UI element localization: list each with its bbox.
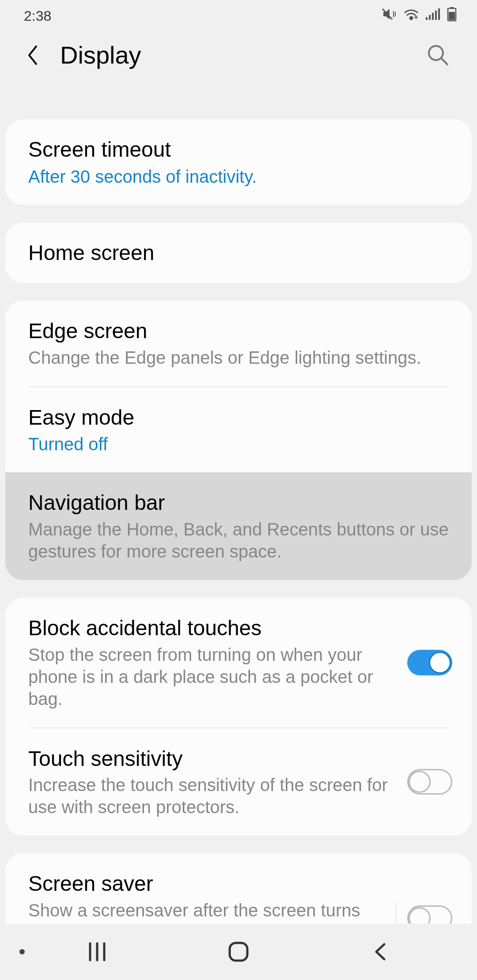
setting-easy-mode[interactable]: Easy mode Turned off — [5, 387, 472, 473]
nav-home-button[interactable] — [212, 939, 265, 965]
setting-screen-saver[interactable]: Screen saver Show a screensaver after th… — [5, 853, 472, 923]
settings-list[interactable]: Screen timeout After 30 seconds of inact… — [0, 119, 477, 923]
toggle-touch-sensitivity[interactable] — [407, 769, 452, 795]
toggle-divider — [396, 903, 397, 923]
svg-point-3 — [410, 17, 413, 19]
svg-rect-10 — [450, 7, 454, 9]
setting-screen-timeout[interactable]: Screen timeout After 30 seconds of inact… — [5, 119, 472, 205]
signal-icon — [426, 8, 441, 24]
svg-rect-11 — [449, 12, 455, 20]
setting-title: Screen saver — [28, 871, 382, 897]
svg-rect-6 — [432, 13, 434, 20]
toggle-block-touches[interactable] — [407, 650, 452, 675]
setting-subtitle: Stop the screen from turning on when you… — [28, 644, 394, 710]
setting-home-screen[interactable]: Home screen — [5, 222, 472, 283]
search-button[interactable] — [425, 42, 451, 68]
setting-title: Touch sensitivity — [28, 746, 394, 772]
toggle-screen-saver[interactable] — [407, 905, 452, 923]
card-home-screen: Home screen — [5, 222, 472, 283]
setting-subtitle: After 30 seconds of inactivity. — [28, 166, 449, 187]
card-screen-options: Edge screen Change the Edge panels or Ed… — [5, 301, 472, 580]
mute-vibrate-icon — [382, 8, 397, 24]
svg-line-13 — [441, 58, 447, 64]
svg-rect-8 — [438, 8, 440, 20]
card-touch-options: Block accidental touches Stop the screen… — [5, 598, 472, 836]
toggle-knob — [409, 907, 431, 923]
nav-back-button[interactable] — [353, 939, 406, 965]
setting-subtitle: Show a screensaver after the screen turn… — [28, 899, 382, 923]
setting-subtitle: Manage the Home, Back, and Recents butto… — [28, 518, 449, 562]
battery-icon — [447, 7, 457, 25]
setting-block-touches[interactable]: Block accidental touches Stop the screen… — [5, 598, 472, 727]
setting-touch-sensitivity[interactable]: Touch sensitivity Increase the touch sen… — [5, 728, 472, 836]
status-icons — [382, 7, 457, 25]
card-screen-saver: Screen saver Show a screensaver after th… — [5, 853, 472, 923]
svg-rect-17 — [230, 943, 247, 961]
header: Display — [0, 32, 477, 91]
nav-recents-button[interactable] — [71, 939, 124, 965]
setting-title: Easy mode — [28, 405, 449, 430]
svg-rect-4 — [426, 17, 428, 20]
setting-title: Screen timeout — [28, 137, 449, 162]
setting-subtitle: Change the Edge panels or Edge lighting … — [28, 347, 449, 369]
back-button[interactable] — [23, 42, 42, 68]
setting-subtitle: Turned off — [28, 433, 449, 455]
nav-dot — [19, 949, 25, 954]
card-screen-timeout: Screen timeout After 30 seconds of inact… — [5, 119, 472, 205]
svg-rect-5 — [429, 15, 431, 20]
toggle-knob — [429, 652, 451, 674]
setting-navigation-bar[interactable]: Navigation bar Manage the Home, Back, an… — [5, 472, 472, 580]
wifi-icon — [403, 8, 420, 24]
setting-subtitle: Increase the touch sensitivity of the sc… — [28, 774, 394, 818]
status-bar: 2:38 — [0, 0, 477, 32]
setting-title: Home screen — [28, 240, 449, 266]
setting-title: Navigation bar — [28, 490, 449, 516]
page-title: Display — [60, 41, 425, 69]
toggle-knob — [409, 771, 431, 793]
system-navigation-bar — [0, 923, 477, 980]
setting-title: Edge screen — [28, 318, 449, 344]
setting-edge-screen[interactable]: Edge screen Change the Edge panels or Ed… — [5, 301, 472, 386]
svg-rect-7 — [435, 11, 437, 20]
setting-title: Block accidental touches — [28, 615, 394, 641]
status-time: 2:38 — [24, 8, 51, 24]
